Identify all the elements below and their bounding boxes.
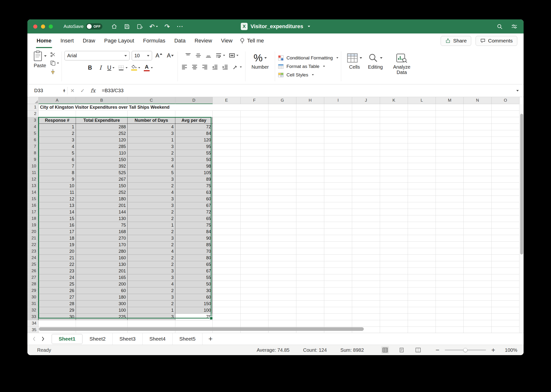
cell-E24[interactable]	[213, 255, 241, 261]
cell-F14[interactable]	[241, 189, 268, 196]
cell-I2[interactable]	[324, 111, 352, 117]
cell-A6[interactable]: 3	[39, 137, 76, 143]
cell-C6[interactable]: 1	[128, 137, 175, 143]
cell-K6[interactable]	[380, 137, 408, 143]
cell-K29[interactable]	[380, 287, 408, 294]
cell-E20[interactable]	[213, 229, 241, 235]
cell-K22[interactable]	[380, 242, 408, 248]
cell-J28[interactable]	[352, 281, 380, 287]
font-color-dropdown-icon[interactable]	[151, 67, 153, 68]
cell-K8[interactable]	[380, 150, 408, 156]
cell-K21[interactable]	[380, 235, 408, 242]
cell-B6[interactable]: 120	[76, 137, 128, 143]
cell-F11[interactable]	[241, 170, 268, 176]
undo-dropdown-icon[interactable]	[156, 26, 158, 27]
cell-N22[interactable]	[464, 242, 492, 248]
cell-K28[interactable]	[380, 281, 408, 287]
column-header-M[interactable]: M	[436, 97, 464, 104]
cell-L4[interactable]	[408, 124, 436, 130]
cell-E28[interactable]	[213, 281, 241, 287]
cell-F34[interactable]	[241, 320, 268, 327]
cell-G22[interactable]	[268, 242, 296, 248]
cell-A14[interactable]: 11	[39, 189, 76, 196]
cell-A5[interactable]: 2	[39, 130, 76, 137]
cell-B29[interactable]: 60	[76, 287, 128, 294]
cell-F28[interactable]	[241, 281, 268, 287]
cell-E29[interactable]	[213, 287, 241, 294]
cell-F4[interactable]	[241, 124, 268, 130]
cell-H1[interactable]	[296, 104, 324, 111]
cell-I34[interactable]	[324, 320, 352, 327]
cell-D19[interactable]: 75	[175, 222, 213, 229]
cell-H13[interactable]	[296, 183, 324, 189]
cell-O14[interactable]	[492, 189, 519, 196]
cell-O16[interactable]	[492, 202, 519, 209]
cell-K9[interactable]	[380, 156, 408, 163]
cell-G1[interactable]	[268, 104, 296, 111]
cell-N9[interactable]	[464, 156, 492, 163]
cell-E23[interactable]	[213, 248, 241, 255]
cell-F24[interactable]	[241, 255, 268, 261]
cell-F18[interactable]	[241, 215, 268, 222]
cell-C29[interactable]: 2	[128, 287, 175, 294]
tab-review[interactable]: Review	[194, 33, 212, 48]
cell-K14[interactable]	[380, 189, 408, 196]
row-header-11[interactable]: 11	[27, 170, 39, 176]
column-header-F[interactable]: F	[241, 97, 268, 104]
cell-B12[interactable]: 267	[76, 176, 128, 183]
cell-B4[interactable]: 288	[76, 124, 128, 130]
cell-J17[interactable]	[352, 209, 380, 215]
cell-A12[interactable]: 9	[39, 176, 76, 183]
cell-G15[interactable]	[268, 196, 296, 202]
name-box[interactable]: D33 ▲▼	[31, 84, 67, 97]
cell-M6[interactable]	[436, 137, 464, 143]
format-as-table-dropdown-icon[interactable]	[323, 66, 325, 67]
cell-O35[interactable]	[492, 327, 519, 333]
cell-K7[interactable]	[380, 143, 408, 150]
save-icon[interactable]	[124, 24, 130, 30]
cell-E31[interactable]	[213, 301, 241, 307]
cell-A34[interactable]	[39, 320, 76, 327]
cell-F22[interactable]	[241, 242, 268, 248]
cell-F5[interactable]	[241, 130, 268, 137]
cell-C5[interactable]: 3	[128, 130, 175, 137]
cell-K18[interactable]	[380, 215, 408, 222]
number-format-dropdown-icon[interactable]	[264, 57, 267, 59]
cell-D15[interactable]: 60	[175, 196, 213, 202]
cell-B25[interactable]: 130	[76, 261, 128, 268]
cell-G6[interactable]	[268, 137, 296, 143]
cut-button[interactable]	[50, 51, 59, 58]
cell-I10[interactable]	[324, 163, 352, 170]
cell-L20[interactable]	[408, 229, 436, 235]
title-dropdown-icon[interactable]	[308, 26, 310, 27]
cell-C2[interactable]	[128, 111, 175, 117]
cell-O19[interactable]	[492, 222, 519, 229]
cell-J25[interactable]	[352, 261, 380, 268]
row-header-6[interactable]: 6	[27, 137, 39, 143]
cell-K13[interactable]	[380, 183, 408, 189]
row-header-27[interactable]: 27	[27, 274, 39, 281]
cell-C3[interactable]: Number of Days	[128, 117, 175, 124]
cell-M32[interactable]	[436, 307, 464, 314]
cell-O17[interactable]	[492, 209, 519, 215]
cell-O31[interactable]	[492, 301, 519, 307]
cell-G8[interactable]	[268, 150, 296, 156]
cell-I14[interactable]	[324, 189, 352, 196]
cell-E25[interactable]	[213, 261, 241, 268]
cell-L16[interactable]	[408, 202, 436, 209]
cell-A26[interactable]: 23	[39, 268, 76, 274]
zoom-percentage[interactable]: 100%	[505, 347, 517, 353]
cell-K26[interactable]	[380, 268, 408, 274]
cell-J6[interactable]	[352, 137, 380, 143]
cell-D13[interactable]: 75	[175, 183, 213, 189]
cell-L3[interactable]	[408, 117, 436, 124]
tab-draw[interactable]: Draw	[83, 33, 95, 48]
cell-C24[interactable]: 2	[128, 255, 175, 261]
cell-I27[interactable]	[324, 274, 352, 281]
orientation-button[interactable]	[231, 63, 243, 71]
cell-C18[interactable]: 2	[128, 215, 175, 222]
cell-J1[interactable]	[352, 104, 380, 111]
cell-I8[interactable]	[324, 150, 352, 156]
cell-L11[interactable]	[408, 170, 436, 176]
row-header-10[interactable]: 10	[27, 163, 39, 170]
